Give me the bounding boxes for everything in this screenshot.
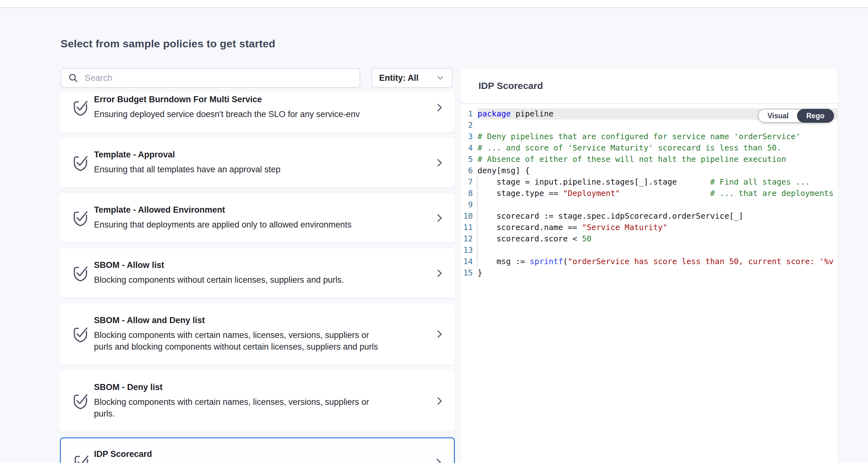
code-line: 7 stage = input.pipeline.stages[_].stage… bbox=[461, 176, 838, 188]
preview-header: IDP Scorecard bbox=[461, 68, 838, 104]
code-segment: } bbox=[477, 268, 482, 278]
policy-description: Ensuring that deployments are applied on… bbox=[94, 219, 420, 231]
shield-check-icon bbox=[71, 154, 90, 173]
bottom-strip bbox=[0, 463, 868, 467]
code-segment bbox=[620, 189, 710, 198]
policy-title: SBOM - Deny list bbox=[94, 382, 420, 392]
code-segment: "orderService has score less than 50, cu… bbox=[568, 257, 834, 266]
line-number: 13 bbox=[461, 244, 473, 256]
code-line-content: scorecard.score < 50 bbox=[477, 233, 838, 244]
policy-title: IDP Scorecard bbox=[94, 449, 420, 460]
search-icon bbox=[67, 72, 79, 84]
policy-title: SBOM - Allow list bbox=[94, 260, 420, 270]
policy-card-6[interactable]: SBOM - Deny list Blocking components wit… bbox=[60, 371, 455, 432]
code-line-content: # Absence of either of these will not ha… bbox=[477, 154, 838, 165]
visual-rego-toggle[interactable]: VisualRego bbox=[758, 109, 834, 123]
code-line: 12 scorecard.score < 50 bbox=[461, 233, 838, 244]
code-segment: "Deployment" bbox=[563, 189, 620, 198]
chevron-right-icon bbox=[434, 328, 445, 342]
code-line: 8 stage.type == "Deployment" # ... that … bbox=[461, 188, 838, 199]
code-segment: stage.type == bbox=[477, 189, 563, 198]
code-segment: # Absence of either of these will not ha… bbox=[477, 155, 786, 164]
policy-title: Template - Approval bbox=[94, 149, 420, 160]
code-segment: # ... and score of 'Service Maturity' sc… bbox=[477, 143, 781, 152]
code-line-content: scorecard.name == "Service Maturity" bbox=[477, 222, 838, 233]
entity-filter-label: Entity: All bbox=[379, 73, 436, 83]
line-number: 10 bbox=[461, 210, 473, 222]
policy-card-7-selected[interactable]: IDP Scorecard Ensuring service being dep… bbox=[60, 437, 455, 467]
code-line: 6 deny[msg] { bbox=[461, 165, 838, 176]
code-segment: deny[msg] { bbox=[477, 166, 530, 175]
entity-filter-dropdown[interactable]: Entity: All bbox=[372, 68, 453, 88]
code-line: 14 msg := sprintf("orderService has scor… bbox=[461, 256, 838, 267]
chevron-right-icon bbox=[434, 157, 445, 170]
code-segment: sprintf bbox=[530, 257, 563, 266]
code-line-content: } bbox=[477, 267, 838, 279]
line-number: 15 bbox=[461, 267, 473, 279]
code-line-content: stage = input.pipeline.stages[_].stage #… bbox=[477, 176, 838, 188]
search-input[interactable] bbox=[84, 72, 353, 83]
chevron-down-icon bbox=[436, 73, 445, 83]
line-number: 6 bbox=[461, 165, 473, 176]
code-segment: pipeline bbox=[510, 109, 553, 118]
policy-description: Ensuring deployed service doesn't breach… bbox=[94, 109, 420, 120]
code-segment: 50 bbox=[582, 234, 591, 243]
line-number: 7 bbox=[461, 176, 473, 188]
policy-card-4[interactable]: SBOM - Allow list Blocking components wi… bbox=[60, 248, 455, 298]
shield-check-icon bbox=[71, 98, 90, 118]
policy-card-5[interactable]: SBOM - Allow and Deny list Blocking comp… bbox=[60, 303, 455, 365]
line-number: 5 bbox=[461, 154, 473, 165]
line-number: 2 bbox=[461, 120, 473, 131]
line-number: 14 bbox=[461, 256, 473, 267]
top-app-bar bbox=[0, 0, 868, 8]
code-segment: scorecard := stage.spec.idpScorecard.ord… bbox=[477, 211, 743, 221]
policy-title: Template - Allowed Environment bbox=[94, 204, 420, 215]
line-number: 11 bbox=[461, 222, 473, 233]
line-number: 3 bbox=[461, 131, 473, 142]
policy-title: SBOM - Allow and Deny list bbox=[94, 315, 420, 326]
policy-description: Blocking components with certain names, … bbox=[94, 329, 420, 353]
shield-check-icon bbox=[71, 264, 90, 284]
chevron-right-icon bbox=[434, 212, 445, 225]
code-line-content bbox=[477, 244, 838, 256]
shield-check-icon bbox=[71, 392, 90, 411]
toggle-option-rego[interactable]: Rego bbox=[797, 109, 834, 123]
search-box[interactable] bbox=[61, 68, 360, 88]
policy-card-3[interactable]: Template - Allowed Environment Ensuring … bbox=[60, 193, 455, 243]
line-number: 8 bbox=[461, 188, 473, 199]
code-line: 13 bbox=[461, 244, 838, 256]
code-line: 15 } bbox=[461, 267, 838, 279]
preview-title: IDP Scorecard bbox=[478, 81, 543, 91]
policy-title: Error Budget Burndown For Multi Service bbox=[94, 94, 420, 105]
code-segment: stage = input.pipeline.stages[_].stage bbox=[477, 177, 710, 186]
code-segment: scorecard.score < bbox=[477, 234, 582, 243]
chevron-right-icon bbox=[434, 395, 445, 408]
chevron-right-icon bbox=[434, 267, 445, 281]
line-number: 4 bbox=[461, 142, 473, 154]
code-line-content: # Deny pipelines that are configured for… bbox=[477, 131, 838, 142]
code-line: 3 # Deny pipelines that are configured f… bbox=[461, 131, 838, 142]
rego-code-editor[interactable]: 1 package pipeline 2 3 # Deny pipelines … bbox=[461, 104, 838, 467]
chevron-right-icon bbox=[434, 101, 445, 115]
code-segment: ( bbox=[563, 257, 568, 266]
code-line: 9 bbox=[461, 199, 838, 210]
code-line: 4 # ... and score of 'Service Maturity' … bbox=[461, 142, 838, 154]
code-line: 11 scorecard.name == "Service Maturity" bbox=[461, 222, 838, 233]
code-line-content: scorecard := stage.spec.idpScorecard.ord… bbox=[477, 210, 838, 222]
shield-check-icon bbox=[71, 325, 90, 345]
toggle-option-visual[interactable]: Visual bbox=[758, 110, 797, 122]
shield-check-icon bbox=[71, 209, 90, 229]
code-line: 5 # Absence of either of these will not … bbox=[461, 154, 838, 165]
code-segment: # ... that are deployments bbox=[710, 189, 834, 198]
policy-card-2[interactable]: Template - Approval Ensuring that all te… bbox=[60, 138, 455, 187]
policy-description: Blocking components with certain names, … bbox=[94, 396, 420, 420]
code-line: 10 scorecard := stage.spec.idpScorecard.… bbox=[461, 210, 838, 222]
policy-description: Blocking components without certain lice… bbox=[94, 274, 420, 286]
policy-card-1[interactable]: Error Budget Burndown For Multi Service … bbox=[60, 92, 455, 132]
code-segment: # Find all stages ... bbox=[710, 177, 810, 186]
code-segment: scorecard.name == bbox=[477, 223, 582, 232]
line-number: 12 bbox=[461, 233, 473, 244]
code-segment: msg := bbox=[477, 257, 530, 266]
code-line-content: # ... and score of 'Service Maturity' sc… bbox=[477, 142, 838, 154]
policy-description: Ensuring that all templates have an appr… bbox=[94, 164, 420, 175]
